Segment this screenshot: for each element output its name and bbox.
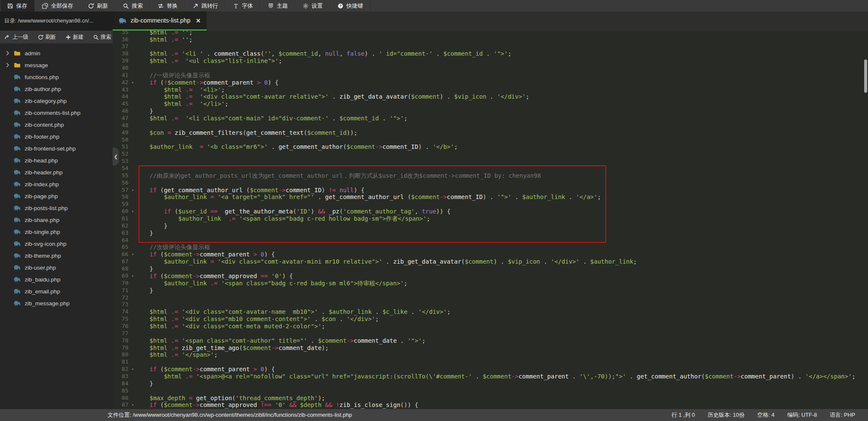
code-line-61[interactable]: 61 $author_link .= '<span class="badg c-… — [113, 215, 868, 222]
code-line-58[interactable]: 58 $author_link = '<a target="_blank" hr… — [113, 193, 868, 201]
toolbar-button-replace[interactable]: 替换 — [150, 0, 185, 11]
fold-arrow-icon[interactable]: ▾ — [132, 401, 134, 409]
line-number[interactable]: 43 — [113, 86, 135, 94]
line-number[interactable]: 64 — [113, 237, 135, 244]
line-number[interactable]: 75 — [113, 316, 135, 323]
code-line-54[interactable]: 54 — [113, 165, 868, 172]
line-number[interactable]: 48 — [113, 122, 135, 129]
code-line-56[interactable]: 56 — [113, 179, 868, 187]
toolbar-button-refresh[interactable]: 刷新 — [81, 0, 116, 11]
line-number[interactable]: 71 — [113, 287, 135, 294]
line-number[interactable]: 74 — [113, 308, 135, 316]
code-line-51[interactable]: 51 $author_link = '<b class="mr6">' . ge… — [113, 143, 868, 151]
line-number[interactable]: 66▾ — [113, 251, 135, 258]
line-number[interactable]: 60▾ — [113, 208, 135, 215]
sidebar-item-zib-frontend-set-php[interactable]: zib-frontend-set.php — [0, 142, 113, 154]
line-number[interactable]: 76 — [113, 323, 135, 330]
sidebar-action-search[interactable]: 搜索 — [88, 34, 113, 41]
line-number[interactable]: 45 — [113, 100, 135, 108]
code-line-72[interactable]: 72 — [113, 294, 868, 302]
line-number[interactable]: 65 — [113, 244, 135, 251]
sidebar-item-zib-comments-list-php[interactable]: zib-comments-list.php — [0, 107, 113, 119]
toolbar-button-shortcuts[interactable]: ?快捷键 — [330, 0, 371, 11]
line-number[interactable]: 47 — [113, 115, 135, 122]
code-line-83[interactable]: 83 $html .= '<span>@<a rel="nofollow" cl… — [113, 373, 868, 380]
line-number[interactable]: 42▾ — [113, 79, 135, 86]
line-number[interactable]: 81 — [113, 358, 135, 366]
code-line-69[interactable]: 69▾ if ($comment->comment_approved == '0… — [113, 273, 868, 280]
code-line-66[interactable]: 66▾ if ($comment->comment_parent > 0) { — [113, 251, 868, 258]
code-line-47[interactable]: 47 $html .= '<li class="comt-main" id="d… — [113, 115, 868, 122]
code-line-42[interactable]: 42▾ if (!$comment->comment_parent > 0) { — [113, 79, 868, 86]
code-line-75[interactable]: 75 $html .= '<div class="mb10 comment-co… — [113, 316, 868, 323]
line-number[interactable]: 59 — [113, 201, 135, 208]
sidebar-item-zib-author-php[interactable]: zib-author.php — [0, 83, 113, 95]
sidebar-action-up-level[interactable]: 上一级 — [0, 34, 33, 41]
sidebar-item-zib-email-php[interactable]: zib_email.php — [0, 285, 113, 297]
code-line-87[interactable]: 87▾ if ($comment->comment_approved !== '… — [113, 401, 868, 409]
fold-arrow-icon[interactable]: ▾ — [132, 208, 134, 215]
sidebar-item-zib-category-php[interactable]: zib-category.php — [0, 95, 113, 107]
sidebar-item-zib-user-php[interactable]: zib-user.php — [0, 262, 113, 273]
code-line-82[interactable]: 82▾ if ($comment->comment_parent > 0) { — [113, 366, 868, 373]
fold-arrow-icon[interactable]: ▾ — [132, 366, 134, 373]
code-line-80[interactable]: 80 $html .= '</span>'; — [113, 351, 868, 358]
line-number[interactable]: 61 — [113, 215, 135, 222]
code-line-81[interactable]: 81 — [113, 358, 868, 366]
sidebar-item-zib-share-php[interactable]: zib-share.php — [0, 214, 113, 226]
code-line-64[interactable]: 64 — [113, 237, 868, 244]
code-line-79[interactable]: 79 $html .= zib_get_time_ago($comment->c… — [113, 344, 868, 352]
code-line-85[interactable]: 85 — [113, 387, 868, 395]
code-line-53[interactable]: 53 — [113, 158, 868, 165]
sidebar-item-zib-footer-php[interactable]: zib-footer.php — [0, 131, 113, 142]
code-line-50[interactable]: 50 — [113, 137, 868, 144]
sidebar-collapse-handle[interactable]: ❮ — [113, 148, 119, 165]
line-number[interactable]: 58 — [113, 193, 135, 201]
line-number[interactable]: 78 — [113, 337, 135, 344]
code-line-38[interactable]: 38 $html .= '<li ' . comment_class('', $… — [113, 50, 868, 57]
scrollbar-thumb[interactable] — [864, 60, 867, 93]
code-line-67[interactable]: 67 $author_link = '<div class="comt-avat… — [113, 258, 868, 265]
toolbar-button-theme[interactable]: 主题 — [261, 0, 295, 11]
sidebar-item-message[interactable]: message — [0, 59, 113, 71]
code-line-63[interactable]: 63 } — [113, 230, 868, 237]
directory-bar[interactable]: 目录: /www/wwwroot/chenyan98.cn/... — [0, 11, 113, 31]
code-line-57[interactable]: 57▾ if (get_comment_author_url ($comment… — [113, 187, 868, 194]
sidebar-action-new[interactable]: 新建 — [61, 34, 88, 41]
code-line-71[interactable]: 71 } — [113, 287, 868, 294]
code-line-70[interactable]: 70 $author_link .= '<span class="badg c-… — [113, 280, 868, 287]
line-number[interactable]: 40 — [113, 65, 135, 72]
code-line-68[interactable]: 68 } — [113, 265, 868, 273]
code-line-48[interactable]: 48 — [113, 122, 868, 129]
code-line-77[interactable]: 77 — [113, 330, 868, 337]
line-number[interactable]: 79 — [113, 344, 135, 352]
line-number[interactable]: 72 — [113, 294, 135, 302]
line-number[interactable]: 77 — [113, 330, 135, 337]
sidebar-item-admin[interactable]: admin — [0, 47, 113, 59]
close-icon[interactable] — [196, 18, 201, 23]
sidebar-item-zib-svg-icon-php[interactable]: zib-svg-icon.php — [0, 238, 113, 250]
code-line-78[interactable]: 78 $html .= '<span class="comt-author" t… — [113, 337, 868, 344]
line-number[interactable]: 83 — [113, 373, 135, 380]
toolbar-button-search[interactable]: 搜索 — [116, 0, 150, 11]
code-line-60[interactable]: 60▾ if ($user_id == get_the_author_meta(… — [113, 208, 868, 215]
code-line-43[interactable]: 43 $html .= '<li>'; — [113, 86, 868, 94]
code-line-65[interactable]: 65 //次级评论头像显示框 — [113, 244, 868, 251]
toolbar-button-settings[interactable]: 设置 — [295, 0, 330, 11]
fold-arrow-icon[interactable]: ▾ — [132, 187, 134, 194]
sidebar-item-zib-theme-php[interactable]: zib-theme.php — [0, 250, 113, 262]
code-line-44[interactable]: 44 $html .= '<div class="comt-avatar rel… — [113, 93, 868, 100]
code-line-73[interactable]: 73 — [113, 301, 868, 308]
line-number[interactable]: 85 — [113, 387, 135, 395]
code-line-62[interactable]: 62 } — [113, 222, 868, 230]
fold-arrow-icon[interactable]: ▾ — [132, 251, 134, 258]
line-number[interactable]: 55 — [113, 172, 135, 179]
sidebar-item-zib-page-php[interactable]: zib-page.php — [0, 190, 113, 202]
line-number[interactable]: 73 — [113, 301, 135, 308]
toolbar-button-save-all[interactable]: 全部保存 — [35, 0, 81, 11]
code-line-39[interactable]: 39 $html .= '<ul class="list-inline">'; — [113, 57, 868, 65]
toolbar-button-goto-line[interactable]: 跳转行 — [185, 0, 226, 11]
line-number[interactable]: 69▾ — [113, 273, 135, 280]
line-number[interactable]: 44 — [113, 93, 135, 100]
code-editor[interactable]: 35 $html .= '';36 $html .= '';3738 $html… — [113, 31, 868, 409]
